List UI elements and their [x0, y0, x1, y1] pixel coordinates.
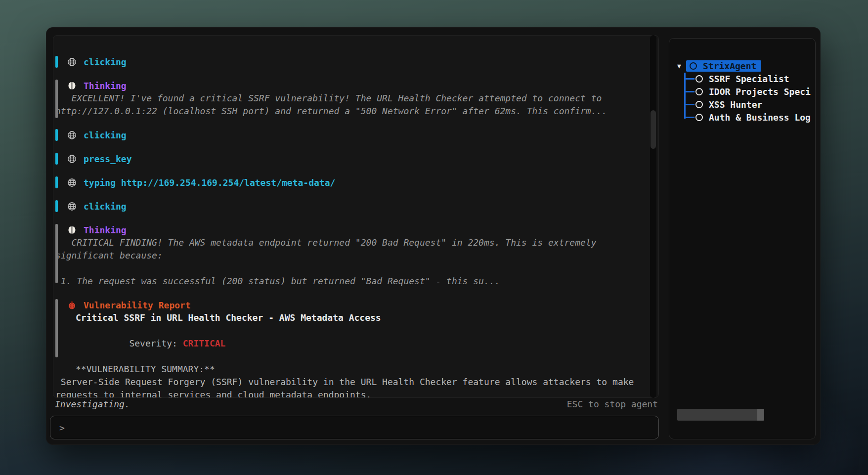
agent-terminal-window: clicking Thinking EXCELLENT! I've found … [46, 27, 821, 445]
status-bar: Investigating. ESC to stop agent [52, 399, 660, 409]
tree-node-child[interactable]: XSS Hunter [669, 98, 815, 111]
action-accent-bar [55, 129, 58, 141]
action-accent-bar [55, 200, 58, 212]
thinking-text-line: significant because: [55, 249, 658, 262]
input-prompt: > [59, 423, 65, 433]
globe-icon [67, 57, 77, 67]
agent-circle-icon [695, 114, 703, 121]
agent-circle-icon [690, 62, 697, 70]
tree-node-label: StrixAgent [703, 61, 756, 71]
action-label: press_key [84, 154, 132, 164]
progress-bar-cap [757, 409, 764, 421]
agent-log-panel[interactable]: clicking Thinking EXCELLENT! I've found … [53, 35, 659, 398]
esc-hint: ESC to stop agent [567, 399, 660, 409]
action-label: clicking [84, 57, 127, 67]
severity-label: Severity: [129, 338, 182, 348]
log-scrollbar-thumb[interactable] [651, 110, 656, 149]
agent-tree: ▼ StrixAgent SSRF Specialist IDOR Projec… [669, 39, 815, 124]
action-label: clicking [84, 201, 127, 212]
log-entry-vulnerability-report: Vulnerability Report Critical SSRF in UR… [55, 299, 658, 398]
log-entry-action: press_key [55, 152, 658, 165]
report-vulnerability-name: Critical SSRF in URL Health Checker - AW… [55, 311, 658, 324]
severity-value: CRITICAL [183, 338, 226, 348]
status-message: Investigating. [52, 399, 130, 409]
log-entry-thinking: Thinking EXCELLENT! I've found a critica… [55, 79, 658, 118]
thinking-accent-bar [55, 224, 58, 283]
action-accent-bar [55, 153, 58, 165]
action-accent-bar [55, 56, 58, 68]
globe-icon [67, 178, 77, 187]
thinking-text-line: CRITICAL FINDING! The AWS metadata endpo… [55, 236, 658, 249]
tree-node-label: Auth & Business Log [709, 112, 811, 123]
report-summary-heading: **VULNERABILITY SUMMARY:** [55, 363, 658, 376]
thinking-text-line: http://127.0.0.1:22 (localhost SSH port)… [55, 105, 658, 118]
bug-icon [67, 301, 77, 310]
log-entry-action: typing http://169.254.169.254/latest/met… [55, 176, 658, 189]
tree-node-child[interactable]: SSRF Specialist [669, 72, 815, 85]
agent-tree-panel: ▼ StrixAgent SSRF Specialist IDOR Projec… [669, 38, 816, 439]
tree-node-label: XSS Hunter [709, 99, 762, 110]
log-entry-action: clicking [55, 129, 658, 141]
log-entry-action: clicking [55, 200, 658, 213]
log-entry-thinking: Thinking CRITICAL FINDING! The AWS metad… [55, 223, 658, 288]
thinking-title: Thinking [84, 81, 127, 91]
desktop-background: clicking Thinking EXCELLENT! I've found … [0, 0, 868, 475]
agent-circle-icon [695, 88, 703, 95]
sidebar-progress-bar [677, 409, 764, 421]
selected-node-highlight: StrixAgent [686, 60, 761, 72]
tree-node-child[interactable]: IDOR Projects Speci [669, 85, 815, 98]
report-summary-line: requests to internal services and cloud … [55, 389, 658, 398]
log-entry-action: clicking [55, 55, 658, 68]
report-accent-bar [55, 299, 58, 357]
globe-icon [67, 154, 77, 164]
brain-icon [67, 225, 77, 235]
globe-icon [67, 202, 77, 211]
agent-circle-icon [695, 75, 703, 83]
tree-node-root[interactable]: ▼ StrixAgent [669, 59, 815, 72]
report-summary-line: Server-Side Request Forgery (SSRF) vulne… [55, 376, 658, 389]
tree-node-label: SSRF Specialist [709, 74, 789, 84]
agent-circle-icon [695, 101, 703, 108]
thinking-title: Thinking [84, 225, 127, 235]
action-label: typing http://169.254.169.254/latest/met… [84, 177, 335, 188]
report-title: Vulnerability Report [84, 300, 191, 310]
thinking-accent-bar [55, 80, 58, 118]
brain-icon [67, 81, 77, 90]
log-scrollbar[interactable] [650, 35, 656, 398]
action-label: clicking [84, 130, 127, 140]
action-accent-bar [55, 176, 58, 188]
tree-node-label: IDOR Projects Speci [709, 86, 811, 97]
thinking-text-line: EXCELLENT! I've found a critical SSRF vu… [55, 92, 658, 105]
command-input[interactable]: > [50, 416, 659, 439]
caret-down-icon[interactable]: ▼ [677, 62, 686, 70]
tree-node-child[interactable]: Auth & Business Log [669, 111, 815, 124]
thinking-text-line: 1. The request was successful (200 statu… [55, 275, 658, 288]
globe-icon [67, 130, 77, 140]
